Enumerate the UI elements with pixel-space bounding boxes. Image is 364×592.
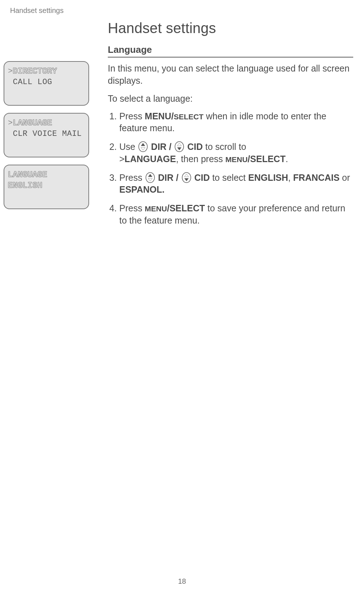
lcd-screen-3: LANGUAGE ENGLISH bbox=[4, 165, 89, 209]
svg-marker-10 bbox=[184, 174, 189, 177]
step3-francais: FRANCAIS bbox=[293, 173, 340, 183]
lcd2-line1: LANGUAGE bbox=[13, 119, 52, 128]
lcd2-line2: CLR VOICE MAIL bbox=[13, 129, 82, 138]
svg-marker-11 bbox=[184, 178, 189, 181]
steps-list: Press MENU/SELECT when in idle mode to e… bbox=[108, 110, 353, 227]
nav-up-icon bbox=[145, 172, 156, 183]
step-4: Press MENU/SELECT to save your preferenc… bbox=[119, 202, 353, 227]
step2-language: LANGUAGE bbox=[125, 154, 176, 164]
step4-text-a: Press bbox=[119, 203, 145, 213]
nav-up-icon bbox=[138, 141, 148, 152]
step3-text-a: Press bbox=[119, 173, 145, 183]
svg-marker-7 bbox=[148, 174, 152, 177]
step2-gt: > bbox=[119, 154, 125, 164]
step4-select: /SELECT bbox=[167, 203, 205, 213]
lcd3-line1: LANGUAGE bbox=[8, 170, 47, 179]
step3-english: ENGLISH bbox=[248, 173, 288, 183]
step2-menu: MENU bbox=[225, 155, 248, 164]
step2-text-a: Use bbox=[119, 142, 138, 152]
step2-select: /SELECT bbox=[248, 154, 286, 164]
step2-cid: CID bbox=[185, 142, 203, 152]
lcd1-line1: DIRECTORY bbox=[13, 67, 57, 76]
step2-dir: DIR / bbox=[148, 142, 174, 152]
page-title: Handset settings bbox=[108, 20, 353, 36]
step1-text-a: Press bbox=[119, 111, 145, 121]
step3-dir: DIR / bbox=[156, 173, 181, 183]
lcd-screens-column: >DIRECTORY CALL LOG >LANGUAGE CLR VOICE … bbox=[4, 61, 89, 216]
nav-down-icon bbox=[181, 172, 192, 183]
step1-select: SELECT bbox=[174, 113, 203, 121]
step4-menu: MENU bbox=[145, 205, 167, 213]
step-1: Press MENU/SELECT when in idle mode to e… bbox=[119, 110, 353, 135]
lcd2-pad bbox=[8, 129, 13, 138]
nav-down-icon bbox=[174, 141, 185, 152]
step-2: Use DIR / CID to scroll to >LANGUAGE, th… bbox=[119, 141, 353, 165]
section-heading: Language bbox=[108, 44, 353, 58]
lcd-screen-1: >DIRECTORY CALL LOG bbox=[4, 61, 89, 106]
svg-marker-5 bbox=[177, 147, 181, 150]
step2-text-g: , then press bbox=[176, 154, 226, 164]
step3-comma: , bbox=[288, 173, 293, 183]
running-head: Handset settings bbox=[10, 6, 64, 15]
lcd2-caret: > bbox=[8, 119, 13, 128]
svg-marker-2 bbox=[141, 147, 145, 150]
step1-menu: MENU/ bbox=[145, 111, 174, 121]
lcd1-pad bbox=[8, 78, 13, 87]
step3-espanol: ESPANOL. bbox=[119, 184, 165, 194]
intro-paragraph-2: To select a language: bbox=[108, 93, 353, 104]
lcd3-line2: ENGLISH bbox=[8, 181, 42, 190]
step3-or: or bbox=[340, 173, 350, 183]
svg-marker-1 bbox=[141, 143, 145, 146]
step-3: Press DIR / CID to select ENGLISH, FRANC… bbox=[119, 172, 353, 196]
main-content: Handset settings Language In this menu, … bbox=[108, 20, 353, 233]
step3-cid: CID bbox=[192, 173, 210, 183]
step2-period: . bbox=[286, 154, 288, 164]
lcd1-caret: > bbox=[8, 67, 13, 76]
lcd-screen-2: >LANGUAGE CLR VOICE MAIL bbox=[4, 113, 89, 157]
step3-text-d: to select bbox=[210, 173, 248, 183]
page-number: 18 bbox=[0, 577, 364, 586]
svg-marker-4 bbox=[177, 143, 181, 146]
svg-marker-8 bbox=[148, 178, 152, 181]
intro-paragraph-1: In this menu, you can select the languag… bbox=[108, 63, 353, 87]
lcd1-line2: CALL LOG bbox=[13, 78, 52, 87]
step2-text-d: to scroll to bbox=[203, 142, 246, 152]
